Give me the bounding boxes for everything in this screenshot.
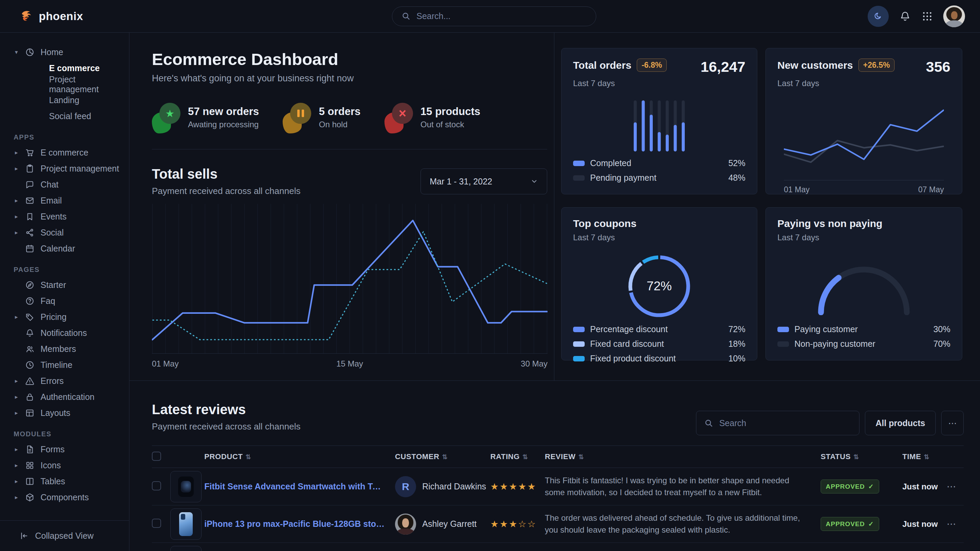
sidebar-item-members[interactable]: Members — [14, 341, 122, 357]
sidebar-item-pricing[interactable]: ▸Pricing — [14, 309, 122, 325]
collapse-view-button[interactable]: Collapsed View — [0, 520, 129, 551]
sidebar-item-email[interactable]: ▸Email — [14, 193, 122, 209]
row-checkbox[interactable] — [152, 481, 161, 491]
sidebar-item-timeline[interactable]: Timeline — [14, 357, 122, 373]
column-header-review[interactable]: REVIEW⇅ — [545, 452, 821, 461]
shopping-cart-icon — [25, 148, 35, 157]
caret-right-icon: ▸ — [14, 213, 19, 220]
legend-label: Percentage discount — [590, 324, 668, 334]
notifications-button[interactable] — [899, 10, 911, 22]
reviews-table-body: Fitbit Sense Advanced Smartwatch with To… — [152, 468, 964, 551]
sidebar-item-icons[interactable]: ▸Icons — [14, 457, 122, 473]
product-thumbnail-smartwatch — [170, 471, 202, 502]
row-checkbox[interactable] — [152, 519, 161, 528]
sidebar-subitem-social-feed[interactable]: Social feed — [14, 108, 122, 124]
reviews-more-button[interactable]: ⋯ — [941, 411, 964, 435]
stat-subtitle: Out of stock — [420, 120, 480, 129]
sort-icon: ⇅ — [245, 453, 251, 460]
legend-label: Fixed product discount — [590, 354, 676, 364]
sidebar-item-label: Home — [41, 47, 63, 57]
card-title: Paying vs non paying — [777, 218, 882, 229]
select-all-checkbox[interactable] — [152, 452, 161, 461]
collapse-icon — [19, 531, 29, 541]
card-period: Last 7 days — [777, 233, 950, 242]
product-link[interactable]: iPhone 13 pro max-Pacific Blue-128GB sto… — [204, 519, 395, 529]
x-axis-label: 01 May — [152, 359, 179, 368]
latest-reviews-section: Latest reviews Payment received across a… — [129, 381, 980, 551]
date-range-select[interactable]: Mar 1 - 31, 2022 — [420, 168, 547, 194]
apps-grid-button[interactable] — [921, 11, 933, 22]
sort-icon: ⇅ — [442, 453, 448, 460]
total-sells-title: Total sells — [152, 167, 300, 182]
sidebar-subitem-e-commerce[interactable]: E commerce — [14, 60, 122, 76]
legend-value: 52% — [729, 158, 745, 168]
caret-right-icon: ▸ — [14, 149, 19, 156]
sidebar-item-calendar[interactable]: Calendar — [14, 241, 122, 257]
column-header-product[interactable]: PRODUCT⇅ — [204, 452, 395, 461]
sidebar-subitem-project-management[interactable]: Project management — [14, 76, 122, 92]
sidebar-item-authentication[interactable]: ▸Authentication — [14, 389, 122, 405]
sidebar-subitem-landing[interactable]: Landing — [14, 92, 122, 108]
sidebar-item-e-commerce[interactable]: ▸E commerce — [14, 144, 122, 160]
date-range-value: Mar 1 - 31, 2022 — [430, 177, 492, 186]
product-link[interactable]: Fitbit Sense Advanced Smartwatch with To… — [204, 481, 395, 491]
reviews-title: Latest reviews — [152, 402, 300, 417]
sidebar-item-home[interactable]: ▾Home — [14, 44, 122, 60]
sidebar-item-chat[interactable]: Chat — [14, 177, 122, 193]
cube-icon — [25, 492, 35, 502]
global-search-input[interactable] — [417, 11, 587, 21]
paying-card: Paying vs non paying Last 7 days Paying … — [765, 207, 962, 360]
compass-icon — [25, 280, 35, 290]
grid-squares-icon — [25, 460, 35, 470]
legend-swatch — [573, 327, 585, 332]
pie-chart-icon — [25, 47, 35, 57]
sidebar-item-events[interactable]: ▸Events — [14, 209, 122, 225]
caret-right-icon: ▸ — [14, 378, 19, 384]
sidebar-item-starter[interactable]: Starter — [14, 277, 122, 293]
sidebar-item-label: Components — [41, 492, 89, 502]
total-sells-x-labels: 01 May15 May30 May — [152, 359, 547, 368]
new-customers-x-labels: 01 May07 May — [784, 180, 944, 194]
sidebar-item-label: E commerce — [41, 148, 88, 157]
sidebar-item-social[interactable]: ▸Social — [14, 225, 122, 241]
users-icon — [25, 344, 35, 354]
row-menu-button[interactable]: ⋯ — [947, 519, 956, 529]
caret-right-icon: ▸ — [14, 165, 19, 172]
phoenix-logo-icon — [19, 9, 34, 24]
table-columns-icon — [25, 476, 35, 486]
sort-icon: ⇅ — [924, 453, 930, 460]
sidebar-item-label: Authentication — [41, 392, 94, 402]
legend-item-percentage-discount: Percentage discount 72% — [573, 322, 745, 337]
sidebar-item-tables[interactable]: ▸Tables — [14, 473, 122, 489]
sidebar-item-label: Timeline — [41, 360, 73, 370]
column-header-time[interactable]: TIME⇅ — [902, 452, 947, 461]
all-products-button[interactable]: All products — [865, 411, 936, 435]
sidebar-item-layouts[interactable]: ▸Layouts — [14, 405, 122, 421]
sort-icon: ⇅ — [853, 453, 859, 460]
sidebar-item-label: Members — [41, 344, 76, 354]
sidebar-item-components[interactable]: ▸Components — [14, 489, 122, 505]
sidebar-item-errors[interactable]: ▸Errors — [14, 373, 122, 389]
customer-avatar-photo — [395, 514, 416, 535]
row-menu-button[interactable]: ⋯ — [947, 481, 956, 492]
sidebar-item-faq[interactable]: Faq — [14, 293, 122, 309]
column-header-rating[interactable]: RATING⇅ — [490, 452, 545, 461]
moon-icon — [873, 11, 883, 21]
user-avatar[interactable] — [943, 5, 965, 27]
sidebar-item-project-management[interactable]: ▸Project management — [14, 160, 122, 177]
check-icon: ✓ — [868, 520, 874, 528]
column-header-customer[interactable]: CUSTOMER⇅ — [395, 452, 490, 461]
dark-mode-toggle[interactable] — [868, 6, 889, 27]
sidebar-item-forms[interactable]: ▸Forms — [14, 441, 122, 457]
legend-item-completed: Completed 52% — [573, 156, 745, 170]
reviews-search-input[interactable] — [719, 418, 852, 428]
column-header-status[interactable]: STATUS⇅ — [821, 452, 902, 461]
brand-logo[interactable]: phoenix — [19, 9, 83, 24]
page-subtitle: Here's what's going on at your business … — [152, 73, 547, 84]
legend-swatch — [573, 160, 585, 166]
caret-down-icon: ▾ — [14, 49, 19, 56]
card-period: Last 7 days — [573, 233, 745, 242]
sidebar-item-label: Starter — [41, 280, 66, 290]
status-badge: APPROVED ✓ — [821, 517, 879, 531]
sidebar-item-notifications[interactable]: Notifications — [14, 325, 122, 341]
